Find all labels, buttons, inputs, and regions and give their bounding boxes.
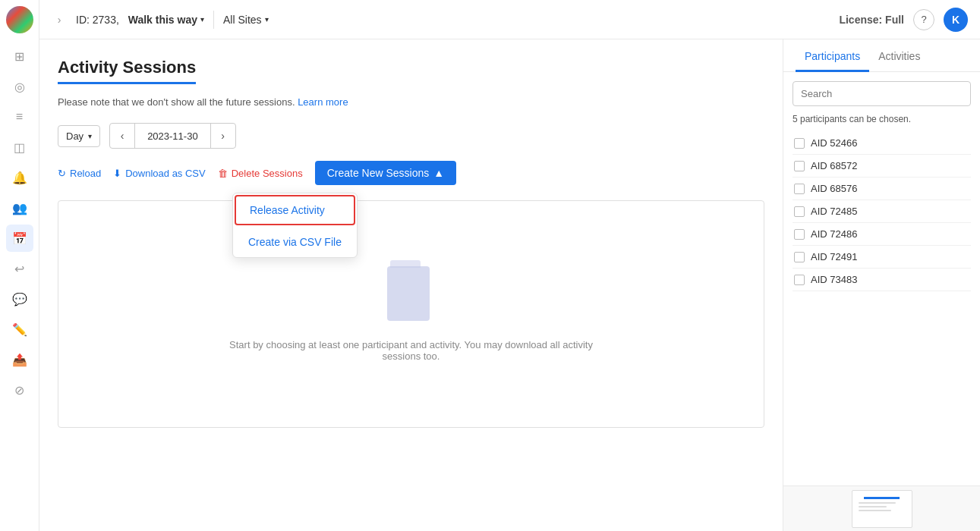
reload-button[interactable]: ↻ Reload	[58, 168, 101, 179]
sidebar-item-history[interactable]: ↩	[6, 255, 33, 282]
tab-activities[interactable]: Activities	[869, 39, 929, 72]
participant-item[interactable]: AID 72491	[793, 246, 971, 269]
date-controls: Day ▾ ‹ 2023-11-30 ›	[58, 123, 764, 149]
sidebar-item-export[interactable]: 📤	[6, 346, 33, 373]
sites-selector[interactable]: All Sites ▾	[223, 14, 269, 26]
sidebar-item-chat[interactable]: 💬	[6, 285, 33, 313]
participant-item[interactable]: AID 72486	[793, 223, 971, 246]
download-csv-button[interactable]: ⬇ Download as CSV	[113, 168, 206, 179]
edit-icon: ✏️	[12, 322, 27, 337]
participants-hint: 5 participants can be chosen.	[793, 114, 971, 124]
notice-text: Please note that we don't show all the f…	[58, 96, 764, 108]
bell-icon: 🔔	[12, 171, 27, 185]
learn-more-link[interactable]: Learn more	[298, 96, 348, 108]
search-input[interactable]	[793, 81, 971, 106]
app-logo[interactable]	[6, 6, 33, 33]
tab-participants[interactable]: Participants	[796, 39, 869, 72]
thumbnail-area	[783, 485, 980, 531]
create-via-csv-item[interactable]: Create via CSV File	[233, 227, 357, 257]
license-text: License: Full	[839, 14, 904, 26]
sites-label: All Sites	[223, 14, 262, 26]
date-nav: ‹ 2023-11-30 ›	[109, 123, 236, 149]
sidebar-item-clipboard[interactable]: ◫	[6, 134, 33, 161]
cancel-icon: ⊘	[14, 383, 24, 397]
action-bar: ↻ Reload ⬇ Download as CSV 🗑 Delete Sess…	[58, 161, 764, 185]
sidebar-item-grid[interactable]: ⊞	[6, 42, 33, 70]
participant-checkbox[interactable]	[794, 252, 805, 262]
topbar-right: License: Full ? K	[839, 8, 968, 32]
participant-checkbox[interactable]	[794, 138, 805, 149]
people-icon: 👥	[12, 201, 27, 215]
participant-item[interactable]: AID 68572	[793, 155, 971, 178]
topbar: › ID: 2733, Walk this way ▾ All Sites ▾ …	[39, 0, 980, 39]
create-sessions-dropdown: Release Activity Create via CSV File	[232, 193, 358, 258]
delete-icon: 🗑	[218, 168, 228, 179]
collapse-sidebar-button[interactable]: ›	[52, 12, 67, 27]
date-next-button[interactable]: ›	[211, 124, 235, 148]
empty-state-icon	[387, 266, 436, 327]
participant-checkbox[interactable]	[794, 184, 805, 194]
main-content: › ID: 2733, Walk this way ▾ All Sites ▾ …	[39, 0, 980, 531]
sidebar-item-list[interactable]: ≡	[6, 103, 33, 130]
reload-icon: ↻	[58, 168, 66, 179]
participant-checkbox[interactable]	[794, 275, 805, 285]
participant-checkbox[interactable]	[794, 206, 805, 217]
right-panel: Participants Activities 5 participants c…	[783, 39, 980, 531]
sidebar: ⊞ ◎ ≡ ◫ 🔔 👥 📅 ↩ 💬 ✏️ 📤 ⊘	[0, 0, 39, 531]
project-id: ID: 2733,	[76, 14, 119, 26]
participant-checkbox[interactable]	[794, 161, 805, 171]
day-select[interactable]: Day ▾	[58, 125, 100, 147]
avatar[interactable]: K	[944, 8, 968, 32]
content-area: Start by choosing at least one participa…	[58, 200, 764, 428]
topbar-divider	[213, 11, 214, 29]
project-name: Walk this way	[128, 14, 197, 26]
project-dropdown-icon: ▾	[200, 15, 204, 24]
panel-body: 5 participants can be chosen. AID 52466A…	[783, 72, 980, 485]
clipboard-icon: ◫	[14, 140, 25, 155]
day-dropdown-icon: ▾	[88, 132, 92, 140]
chat-icon: 💬	[12, 292, 27, 306]
sidebar-item-calendar[interactable]: 📅	[6, 225, 33, 252]
create-new-sessions-button[interactable]: Create New Sessions ▲	[315, 161, 456, 185]
sidebar-item-people[interactable]: 👥	[6, 194, 33, 222]
date-prev-button[interactable]: ‹	[110, 124, 134, 148]
sidebar-item-bell[interactable]: 🔔	[6, 164, 33, 191]
date-value: 2023-11-30	[134, 124, 211, 148]
sidebar-item-edit[interactable]: ✏️	[6, 316, 33, 343]
export-icon: 📤	[12, 353, 27, 367]
help-button[interactable]: ?	[913, 9, 934, 30]
release-activity-item[interactable]: Release Activity	[235, 195, 355, 225]
page-title: Activity Sessions	[58, 58, 196, 84]
sidebar-item-cancel[interactable]: ⊘	[6, 376, 33, 404]
participant-checkbox[interactable]	[794, 229, 805, 240]
participant-item[interactable]: AID 52466	[793, 132, 971, 155]
sites-dropdown-icon: ▾	[265, 15, 269, 24]
participants-list: AID 52466AID 68572AID 68576AID 72485AID …	[793, 132, 971, 291]
create-dropdown-icon: ▲	[433, 167, 444, 179]
thumbnail	[852, 490, 912, 528]
calendar-icon: 📅	[12, 231, 27, 246]
left-panel: Activity Sessions Please note that we do…	[39, 39, 783, 531]
page-body: Activity Sessions Please note that we do…	[39, 39, 980, 531]
history-icon: ↩	[14, 262, 24, 276]
participant-item[interactable]: AID 73483	[793, 269, 971, 291]
participant-item[interactable]: AID 68576	[793, 178, 971, 200]
project-selector[interactable]: ID: 2733, Walk this way ▾	[76, 14, 204, 26]
participant-item[interactable]: AID 72485	[793, 200, 971, 223]
list-icon: ≡	[16, 110, 23, 124]
grid-icon: ⊞	[14, 49, 24, 64]
download-icon: ⬇	[113, 168, 121, 179]
empty-state-text: Start by choosing at least one participa…	[229, 339, 594, 362]
panel-tabs: Participants Activities	[783, 39, 980, 72]
delete-sessions-button[interactable]: 🗑 Delete Sessions	[218, 168, 303, 179]
analytics-icon: ◎	[14, 80, 25, 94]
day-label: Day	[66, 130, 84, 142]
sidebar-item-analytics[interactable]: ◎	[6, 73, 33, 100]
